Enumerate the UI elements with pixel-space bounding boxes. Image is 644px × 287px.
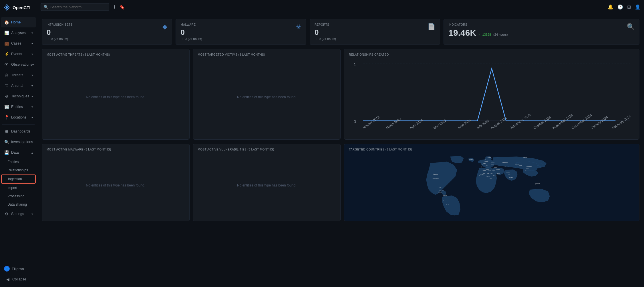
- chart-empty-msg: No entities of this type has been found.: [47, 59, 185, 135]
- sidebar-item-arsenal[interactable]: 🛡 Arsenal ▾: [1, 81, 36, 91]
- svg-text:South Korea: South Korea: [526, 166, 532, 167]
- search-input[interactable]: [50, 5, 106, 9]
- chart-most-active-vulnerabilities: MOST ACTIVE VULNERABILITIES (3 LAST MONT…: [193, 144, 341, 221]
- notification-bell-icon[interactable]: 🔔: [608, 4, 613, 10]
- line-chart-svg: 1 0 January 2023 March 2023 April 2023 M…: [349, 59, 635, 135]
- svg-text:Turkey: Turkey: [494, 167, 497, 168]
- stat-value: 19.46K: [448, 29, 476, 37]
- main-content: 🔍 ⬆ 🔖 🔔 🕐 ⊞ 👤 INTRUSION SETS 0 → 0: [37, 0, 644, 287]
- sidebar-item-label: Dashboards: [11, 129, 33, 133]
- svg-text:December 2023: December 2023: [571, 113, 592, 130]
- svg-text:Turkmenistan: Turkmenistan: [504, 167, 510, 168]
- sidebar-item-entities[interactable]: 🏢 Entities ▾: [1, 102, 36, 112]
- chevron-down-icon: ▾: [31, 95, 33, 98]
- chevron-up-icon: ▴: [31, 151, 33, 154]
- bookmark-icon[interactable]: 🔖: [119, 4, 125, 10]
- sidebar-item-observations[interactable]: 👁 Observations ▾: [1, 59, 36, 70]
- svg-text:Pakistan: Pakistan: [506, 172, 510, 173]
- sidebar-sub-relationships[interactable]: Relationships: [1, 166, 36, 174]
- sidebar-item-label: Investigations: [11, 140, 33, 144]
- svg-text:Libya: Libya: [488, 170, 491, 171]
- stat-title: REPORTS: [315, 23, 336, 26]
- svg-text:France: France: [482, 164, 485, 166]
- sidebar-item-label: Entities: [11, 105, 31, 109]
- logo-icon: [3, 3, 11, 11]
- svg-text:February 2024: February 2024: [611, 114, 631, 130]
- stat-hours: (24 hours): [322, 37, 336, 41]
- chevron-down-icon: ▾: [31, 116, 33, 119]
- svg-text:Mongolia: Mongolia: [515, 164, 519, 165]
- sidebar-item-data[interactable]: 💾 Data ▴: [1, 147, 36, 158]
- user-profile[interactable]: 🌐 Filigran: [1, 264, 36, 274]
- sidebar-item-label: Events: [11, 52, 31, 56]
- locations-icon: 📍: [4, 115, 9, 120]
- chart-most-active-malware: MOST ACTIVE MALWARE (3 LAST MONTHS) No e…: [42, 144, 190, 221]
- entities-icon: 🏢: [4, 104, 9, 109]
- sidebar-item-events[interactable]: ⚡ Events ▾: [1, 49, 36, 59]
- collapse-icon: ◀: [5, 277, 10, 282]
- stat-sub: → 0 (24 hours): [315, 37, 336, 41]
- svg-text:Niger: Niger: [487, 173, 489, 174]
- chevron-down-icon: ▾: [31, 212, 33, 216]
- sidebar-sub-data-sharing[interactable]: Data sharing: [1, 200, 36, 208]
- search-bar[interactable]: 🔍: [41, 3, 109, 11]
- stat-value: 0: [180, 29, 202, 36]
- chart-title: MOST ACTIVE MALWARE (3 LAST MONTHS): [47, 148, 185, 151]
- arrow-icon: →: [315, 37, 318, 41]
- svg-text:January 2024: January 2024: [590, 115, 609, 130]
- svg-text:Sri Lanka: Sri Lanka: [509, 177, 513, 178]
- sub-item-label: Data sharing: [7, 202, 27, 206]
- stat-hours: (24 hours): [54, 37, 68, 41]
- svg-text:November 2023: November 2023: [552, 113, 573, 130]
- stat-title: MALWARE: [180, 23, 202, 26]
- charts-row-1: MOST ACTIVE THREATS (3 LAST MONTHS) No e…: [42, 49, 639, 140]
- stat-hours: (24 hours): [188, 37, 202, 41]
- clock-icon[interactable]: 🕐: [617, 4, 623, 10]
- svg-text:Canada: Canada: [433, 174, 438, 175]
- sidebar-item-investigations[interactable]: 🔍 Investigations: [1, 137, 36, 147]
- techniques-icon: ⚙: [4, 94, 9, 99]
- svg-text:Papua New: Papua New: [535, 183, 540, 184]
- sidebar-item-settings[interactable]: ⚙ Settings ▾: [1, 209, 36, 219]
- sidebar-item-label: Data: [11, 150, 31, 154]
- sidebar-item-label: Cases: [11, 41, 31, 45]
- sidebar-item-techniques[interactable]: ⚙ Techniques ▾: [1, 91, 36, 101]
- sidebar-item-label: Observations: [11, 63, 32, 67]
- sidebar-item-threats[interactable]: ☠ Threats ▾: [1, 70, 36, 80]
- chevron-down-icon: ▾: [31, 53, 33, 56]
- grid-icon[interactable]: ⊞: [627, 4, 631, 10]
- sidebar-sub-entities[interactable]: Entities: [1, 158, 36, 166]
- sidebar-sub-import[interactable]: Import: [1, 184, 36, 192]
- investigations-icon: 🔍: [4, 139, 9, 144]
- sidebar-sub-ingestion[interactable]: Ingestion: [1, 174, 36, 184]
- app-logo[interactable]: OpenCTI: [0, 0, 37, 15]
- analyses-icon: 📊: [4, 30, 9, 35]
- arrow-icon: →: [47, 37, 50, 41]
- stat-title: INTRUSION SETS: [47, 23, 73, 26]
- collapse-button[interactable]: ◀ Collapse: [2, 274, 35, 284]
- svg-text:Iraq: Iraq: [496, 169, 498, 170]
- user-name: Filigran: [12, 267, 24, 271]
- svg-text:Vietnam: Vietnam: [525, 170, 528, 172]
- chart-empty-msg: No entities of this type has been found.: [198, 153, 336, 217]
- sidebar-item-dashboards[interactable]: ▦ Dashboards: [1, 126, 36, 137]
- sidebar-item-analyses[interactable]: 📊 Analyses ▾: [1, 28, 36, 38]
- line-chart-area: 1 0 January 2023 March 2023 April 2023 M…: [349, 59, 635, 135]
- sidebar-item-cases[interactable]: 💼 Cases ▾: [1, 38, 36, 49]
- stat-sub: → 0 (24 hours): [180, 37, 202, 41]
- svg-text:Taiwan: Taiwan: [526, 168, 529, 169]
- chart-title: RELATIONSHIPS CREATED: [349, 53, 635, 56]
- sidebar-item-locations[interactable]: 📍 Locations ▾: [1, 112, 36, 123]
- svg-text:June 2023: June 2023: [457, 118, 472, 130]
- indicators-icon: 🔍: [627, 23, 635, 31]
- sidebar-sub-processing[interactable]: Processing: [1, 192, 36, 200]
- stat-sub: → 0 (24 hours): [47, 37, 73, 41]
- svg-text:Senegal: Senegal: [480, 174, 484, 175]
- chart-most-active-threats: MOST ACTIVE THREATS (3 LAST MONTHS) No e…: [42, 49, 190, 140]
- stat-card-reports: REPORTS 0 → 0 (24 hours) 📄: [310, 19, 440, 45]
- upload-icon[interactable]: ⬆: [113, 4, 116, 10]
- search-icon: 🔍: [44, 5, 48, 9]
- observations-icon: 👁: [4, 62, 9, 67]
- sidebar-item-home[interactable]: 🏠 Home: [1, 17, 36, 27]
- user-circle-icon[interactable]: 👤: [635, 4, 641, 10]
